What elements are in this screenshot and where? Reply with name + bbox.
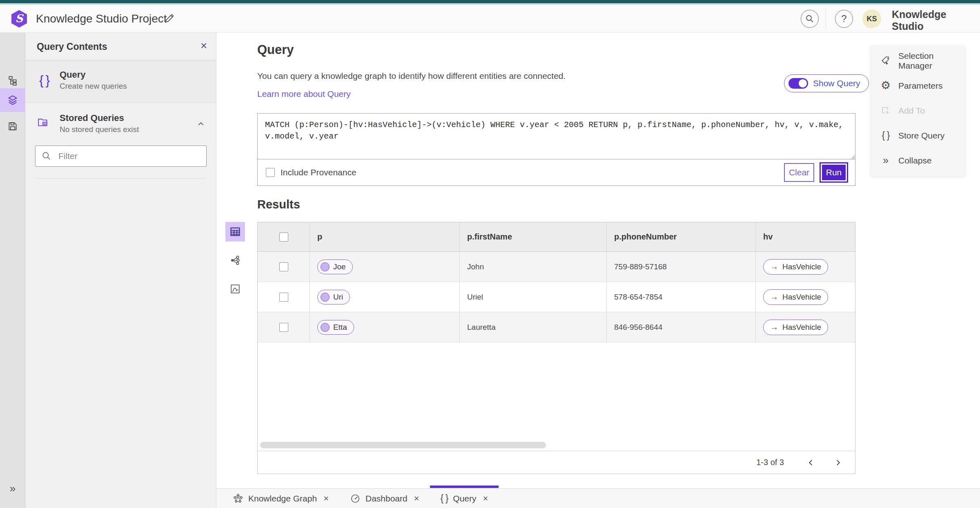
layers-icon xyxy=(7,94,18,106)
node-pill[interactable]: Uri xyxy=(317,290,350,304)
row-checkbox[interactable] xyxy=(279,293,288,302)
next-page-button[interactable] xyxy=(831,455,845,470)
query-editor-footer: Include Provenance Clear Run xyxy=(258,159,855,186)
include-provenance-label: Include Provenance xyxy=(281,168,356,177)
column-header-firstname[interactable]: p.firstName xyxy=(460,222,607,251)
node-pill[interactable]: Etta xyxy=(317,320,354,335)
include-provenance-checkbox[interactable] xyxy=(266,168,275,177)
node-label: Joe xyxy=(333,262,346,271)
edge-label: HasVehicle xyxy=(782,293,821,302)
help-button[interactable]: ? xyxy=(835,10,853,28)
braces-icon: { } xyxy=(441,493,448,504)
query-editor-box: MATCH (p:Person)-[hv:HasVehicle]->(v:Veh… xyxy=(257,113,855,186)
table-view-button[interactable] xyxy=(225,222,245,242)
tab-knowledge-graph[interactable]: Knowledge Graph × xyxy=(222,489,339,508)
bottom-tab-bar: Knowledge Graph × Dashboard × { } Query … xyxy=(216,488,980,508)
hierarchy-icon xyxy=(7,75,18,86)
node-pill[interactable]: Joe xyxy=(317,260,353,274)
show-query-toggle[interactable]: Show Query xyxy=(784,74,869,92)
column-header-phonenumber[interactable]: p.phoneNumber xyxy=(607,222,756,251)
project-title: Knowledge Studio Project xyxy=(36,12,167,25)
pagination-text: 1-3 of 3 xyxy=(756,458,784,467)
query-description: You can query a knowledge graph to ident… xyxy=(257,71,566,81)
node-dot-icon xyxy=(321,293,330,302)
action-label: Store Query xyxy=(898,131,944,141)
chart-view-button[interactable] xyxy=(225,279,245,299)
stored-queries-section[interactable]: Stored Queries No stored queries exist xyxy=(25,108,216,142)
select-all-checkbox[interactable] xyxy=(279,233,288,242)
horizontal-scrollbar[interactable] xyxy=(260,442,546,448)
edit-title-button[interactable] xyxy=(163,12,176,25)
braces-icon: { } xyxy=(880,130,891,141)
table-row: Uri Uriel 578-654-7854 → HasVehicle xyxy=(258,282,855,312)
arrow-right-icon: → xyxy=(770,292,778,302)
stored-queries-title: Stored Queries xyxy=(60,113,124,123)
rail-item-queries[interactable] xyxy=(0,88,25,112)
edge-pill[interactable]: → HasVehicle xyxy=(763,320,828,335)
top-accent-strip xyxy=(0,0,980,3)
row-checkbox[interactable] xyxy=(279,323,288,332)
parameters-button[interactable]: ⚙ Parameters xyxy=(871,73,965,98)
search-button[interactable] xyxy=(801,10,819,28)
node-dot-icon xyxy=(321,323,330,332)
filter-section xyxy=(35,145,206,179)
selection-manager-icon xyxy=(880,56,891,66)
gear-icon: ⚙ xyxy=(880,80,891,91)
rail-item-save[interactable] xyxy=(0,114,25,138)
edge-pill[interactable]: → HasVehicle xyxy=(763,259,828,275)
table-row: Etta Lauretta 846-956-8644 → HasVehicle xyxy=(258,312,855,342)
node-label: Etta xyxy=(333,323,347,332)
panel-close-button[interactable]: × xyxy=(200,40,207,52)
topbar-divider xyxy=(826,9,826,29)
results-view-toolbar xyxy=(225,222,245,308)
tab-close-icon[interactable]: × xyxy=(414,493,419,504)
toggle-switch[interactable] xyxy=(788,78,808,89)
user-avatar[interactable]: KS xyxy=(862,9,881,28)
tab-query[interactable]: { } Query × xyxy=(430,489,499,508)
tab-close-icon[interactable]: × xyxy=(483,493,488,504)
left-icon-rail: » xyxy=(0,33,25,508)
node-dot-icon xyxy=(321,262,330,271)
rail-expand-button[interactable]: » xyxy=(0,480,25,497)
row-checkbox[interactable] xyxy=(279,262,288,271)
query-contents-item-query[interactable]: { } Query Create new queries xyxy=(25,60,216,103)
selection-manager-button[interactable]: Selection Manager xyxy=(871,48,965,73)
search-icon xyxy=(805,14,814,23)
tab-dashboard[interactable]: Dashboard × xyxy=(339,489,430,508)
filter-search-icon xyxy=(42,151,51,161)
item-title: Query xyxy=(60,69,86,80)
run-button[interactable]: Run xyxy=(821,163,847,181)
cell-firstname: Lauretta xyxy=(460,312,607,342)
chevron-right-icon xyxy=(834,459,842,466)
column-header-hv[interactable]: hv xyxy=(756,222,855,251)
collapse-button[interactable]: » Collapse xyxy=(871,148,965,173)
previous-page-button[interactable] xyxy=(804,455,818,470)
chevron-up-icon[interactable] xyxy=(196,119,205,128)
table-icon xyxy=(229,226,241,237)
close-icon: × xyxy=(200,40,207,52)
edge-label: HasVehicle xyxy=(782,323,821,332)
store-query-button[interactable]: { } Store Query xyxy=(871,123,965,148)
tab-close-icon[interactable]: × xyxy=(323,493,329,504)
table-row: Joe John 759-889-57168 → HasVehicle xyxy=(258,252,855,282)
dashboard-icon xyxy=(350,493,361,504)
filter-input[interactable] xyxy=(35,145,207,167)
svg-text:S: S xyxy=(16,12,24,25)
tab-label: Dashboard xyxy=(365,494,408,504)
add-to-icon xyxy=(880,106,891,116)
learn-more-link[interactable]: Learn more about Query xyxy=(257,89,351,99)
clear-button[interactable]: Clear xyxy=(784,163,814,182)
query-contents-panel: Query Contents × { } Query Create new qu… xyxy=(25,33,216,508)
product-name: Knowledge Studio xyxy=(892,9,980,32)
action-label: Add To xyxy=(898,106,925,116)
query-heading: Query xyxy=(257,43,294,57)
main-content: Query You can query a knowledge graph to… xyxy=(216,33,980,488)
query-text-input[interactable]: MATCH (p:Person)-[hv:HasVehicle]->(v:Veh… xyxy=(258,114,855,159)
column-header-p[interactable]: p xyxy=(310,222,460,251)
action-label: Selection Manager xyxy=(898,51,965,71)
cell-firstname: Uriel xyxy=(460,282,607,312)
chevron-left-icon xyxy=(807,459,815,466)
edge-pill[interactable]: → HasVehicle xyxy=(763,289,828,305)
toggle-label: Show Query xyxy=(813,78,860,88)
graph-view-button[interactable] xyxy=(225,251,245,270)
